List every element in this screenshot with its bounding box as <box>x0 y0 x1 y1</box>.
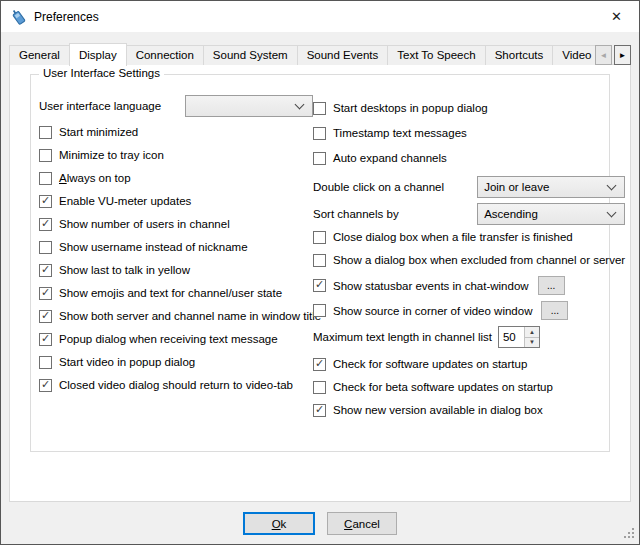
checkbox-label: Always on top <box>59 172 131 184</box>
checkbox[interactable]: ✓ <box>39 264 52 277</box>
tab-scroll-left-icon[interactable]: ◄ <box>595 45 612 65</box>
max-text-length-spinner[interactable]: 50 ▲ ▼ <box>498 326 540 348</box>
checkbox[interactable]: ✓ <box>313 404 326 417</box>
double-click-channel-row: Double click on a channel Join or leave <box>313 176 625 198</box>
checkbox-label: Show username instead of nickname <box>59 241 248 253</box>
double-click-channel-combobox[interactable]: Join or leave <box>477 176 625 198</box>
checkbox-row-closed-video-return[interactable]: ✓ Closed video dialog should return to v… <box>39 378 313 392</box>
checkbox[interactable]: ✓ <box>313 304 326 317</box>
checkbox[interactable]: ✓ <box>313 279 326 292</box>
checkbox-label: Start video in popup dialog <box>59 356 195 368</box>
preferences-dialog: Preferences ✕ General Display Connection… <box>0 0 640 545</box>
checkbox-label: Popup dialog when receiving text message <box>59 333 278 345</box>
checkbox[interactable]: ✓ <box>313 152 326 165</box>
ok-button[interactable]: Ok <box>243 512 315 535</box>
checkbox[interactable]: ✓ <box>313 127 326 140</box>
checkbox-row-video-popup[interactable]: ✓ Start video in popup dialog <box>39 355 313 369</box>
checkbox-row-emojis-text-state[interactable]: ✓ Show emojis and text for channel/user … <box>39 286 313 300</box>
titlebar[interactable]: Preferences ✕ <box>1 1 639 32</box>
user-interface-settings-group: User Interface Settings User interface l… <box>30 74 610 452</box>
tab-shortcuts[interactable]: Shortcuts <box>485 45 554 65</box>
checkbox-label: Check for software updates on startup <box>333 358 527 370</box>
checkmark-icon: ✓ <box>41 287 50 298</box>
checkbox-row-username-instead-nickname[interactable]: ✓ Show username instead of nickname <box>39 240 313 254</box>
checkbox-row-desktops-popup[interactable]: ✓ Start desktops in popup dialog <box>313 101 625 115</box>
checkbox-label: Show source in corner of video window <box>333 305 532 317</box>
checkbox[interactable]: ✓ <box>39 126 52 139</box>
checkbox-row-timestamp-messages[interactable]: ✓ Timestamp text messages <box>313 126 625 140</box>
checkbox-row-check-updates[interactable]: ✓ Check for software updates on startup <box>313 357 625 371</box>
checkbox-label: Start minimized <box>59 126 138 138</box>
checkbox[interactable]: ✓ <box>39 195 52 208</box>
checkbox-label: Start desktops in popup dialog <box>333 102 488 114</box>
tab-general[interactable]: General <box>9 45 70 65</box>
video-source-corner-row[interactable]: ✓ Show source in corner of video window … <box>313 301 625 320</box>
language-label: User interface language <box>39 100 161 112</box>
checkbox[interactable]: ✓ <box>313 381 326 394</box>
sort-channels-combobox[interactable]: Ascending <box>477 203 625 225</box>
group-title: User Interface Settings <box>39 67 164 79</box>
checkbox-label: Show last to talk in yellow <box>59 264 190 276</box>
double-click-channel-label: Double click on a channel <box>313 181 444 193</box>
checkbox[interactable]: ✓ <box>313 231 326 244</box>
checkbox[interactable]: ✓ <box>313 254 326 267</box>
checkbox-row-new-version-dialog[interactable]: ✓ Show new version available in dialog b… <box>313 403 625 417</box>
checkbox-row-excluded-dialog[interactable]: ✓ Show a dialog box when excluded from c… <box>313 253 625 267</box>
checkbox-row-auto-expand-channels[interactable]: ✓ Auto expand channels <box>313 151 625 165</box>
checkbox-row-popup-text-message[interactable]: ✓ Popup dialog when receiving text messa… <box>39 332 313 346</box>
language-combobox[interactable] <box>185 95 313 117</box>
checkbox[interactable]: ✓ <box>39 287 52 300</box>
checkbox[interactable]: ✓ <box>39 149 52 162</box>
checkbox-row-check-beta-updates[interactable]: ✓ Check for beta software updates on sta… <box>313 380 625 394</box>
checkbox-row-close-file-transfer[interactable]: ✓ Close dialog box when a file transfer … <box>313 230 625 244</box>
checkmark-icon: ✓ <box>41 310 50 321</box>
tab-scroll-right-icon[interactable]: ► <box>614 45 631 65</box>
spinner-value: 50 <box>499 327 524 347</box>
checkbox[interactable]: ✓ <box>39 218 52 231</box>
checkbox[interactable]: ✓ <box>39 172 52 185</box>
tab-scroller: ◄ ► <box>595 45 631 65</box>
checkbox-row-start-minimized[interactable]: ✓ Start minimized <box>39 125 313 139</box>
resize-grip-icon[interactable] <box>624 528 635 539</box>
checkbox-row-last-to-talk[interactable]: ✓ Show last to talk in yellow <box>39 263 313 277</box>
max-text-length-row: Maximum text length in channel list 50 ▲… <box>313 326 625 348</box>
statusbar-events-ellipsis-button[interactable]: ... <box>538 276 565 295</box>
checkbox-label: Enable VU-meter updates <box>59 195 191 207</box>
checkbox[interactable]: ✓ <box>313 358 326 371</box>
checkbox[interactable]: ✓ <box>39 310 52 323</box>
language-row: User interface language <box>39 95 313 117</box>
combobox-value: Join or leave <box>484 181 549 193</box>
chevron-down-icon <box>607 208 617 218</box>
chevron-down-icon <box>607 181 617 191</box>
tab-text-to-speech[interactable]: Text To Speech <box>387 45 485 65</box>
checkbox[interactable]: ✓ <box>39 356 52 369</box>
tab-sound-system[interactable]: Sound System <box>203 45 298 65</box>
spin-down-icon[interactable]: ▼ <box>525 338 539 348</box>
tab-sound-events[interactable]: Sound Events <box>297 45 389 65</box>
checkbox-label: Show number of users in channel <box>59 218 230 230</box>
close-button[interactable]: ✕ <box>594 1 639 31</box>
left-column: User interface language ✓ Start minimize… <box>39 95 313 426</box>
checkbox-row-minimize-to-tray[interactable]: ✓ Minimize to tray icon <box>39 148 313 162</box>
cancel-button[interactable]: Cancel <box>327 512 397 535</box>
app-icon <box>10 8 27 25</box>
checkbox-row-show-user-count[interactable]: ✓ Show number of users in channel <box>39 217 313 231</box>
checkbox[interactable]: ✓ <box>39 241 52 254</box>
checkbox-label: Closed video dialog should return to vid… <box>59 379 293 391</box>
checkbox-row-vu-meter[interactable]: ✓ Enable VU-meter updates <box>39 194 313 208</box>
statusbar-events-row[interactable]: ✓ Show statusbar events in chat-window .… <box>313 276 625 295</box>
sort-channels-row: Sort channels by Ascending <box>313 203 625 225</box>
checkbox-row-always-on-top[interactable]: ✓ Always on top <box>39 171 313 185</box>
checkbox-label: Show both server and channel name in win… <box>59 310 321 322</box>
spin-up-icon[interactable]: ▲ <box>525 327 539 338</box>
combobox-value: Ascending <box>484 208 538 220</box>
checkbox-row-server-channel-title[interactable]: ✓ Show both server and channel name in w… <box>39 309 313 323</box>
tab-video[interactable]: Video <box>552 45 596 65</box>
checkbox[interactable]: ✓ <box>39 379 52 392</box>
tab-connection[interactable]: Connection <box>126 45 204 65</box>
checkbox[interactable]: ✓ <box>39 333 52 346</box>
video-source-ellipsis-button[interactable]: ... <box>541 301 568 320</box>
tab-display[interactable]: Display <box>69 43 127 66</box>
sort-channels-label: Sort channels by <box>313 208 399 220</box>
checkbox[interactable]: ✓ <box>313 102 326 115</box>
